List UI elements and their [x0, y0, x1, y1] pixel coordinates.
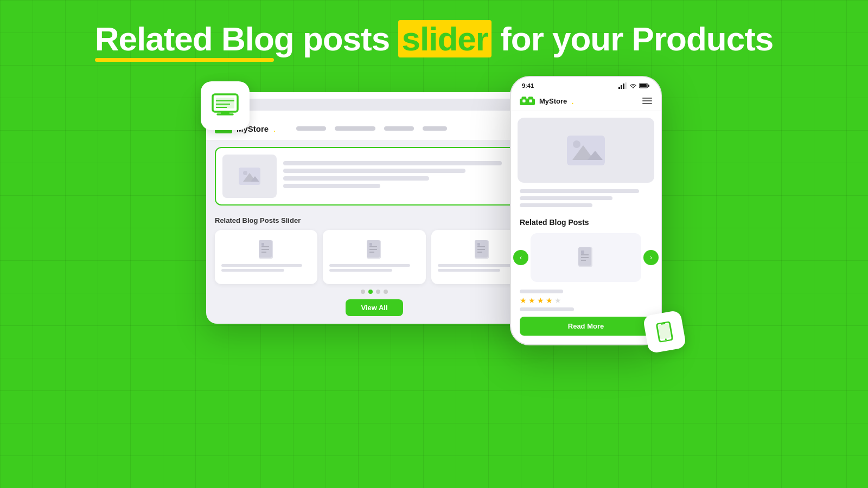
desktop-store-header: MyStore. ‹ ›	[206, 117, 542, 140]
blog-card-icon-1	[258, 240, 275, 260]
phone-statusbar: 9:41	[511, 77, 661, 91]
svg-point-59	[665, 338, 667, 340]
product-card	[215, 147, 534, 206]
mobile-mockup: 9:41	[510, 76, 662, 345]
browser-window: MyStore. ‹ ›	[206, 92, 542, 324]
phone-store-name: MyStore	[539, 97, 567, 105]
product-image-icon	[239, 168, 260, 185]
nav-line-4	[423, 126, 447, 131]
nav-line-1	[296, 126, 326, 131]
status-icons	[618, 82, 650, 89]
svg-point-50	[573, 140, 580, 148]
star-2: ★	[528, 296, 535, 305]
stars-row: ★ ★ ★ ★ ★	[520, 296, 652, 305]
product-detail-line-1	[283, 161, 502, 165]
phone-store-logo	[520, 95, 535, 106]
phone-badge-icon	[653, 320, 676, 343]
monitor-icon	[210, 91, 240, 120]
product-detail-line-3	[283, 176, 429, 181]
phone-related-title: Related Blog Posts	[511, 215, 661, 230]
svg-rect-21	[261, 243, 264, 246]
svg-rect-33	[477, 243, 480, 246]
dot-1[interactable]	[361, 290, 365, 294]
product-details	[283, 161, 526, 191]
read-more-button[interactable]: Read More	[520, 317, 652, 336]
signal-icon	[618, 82, 627, 89]
phone-store-header: MyStore.	[511, 91, 661, 111]
phone-product-image-icon	[567, 136, 605, 165]
svg-rect-45	[522, 99, 525, 102]
star-3: ★	[537, 296, 544, 305]
nav-line-3	[384, 126, 414, 131]
blog-card-1	[215, 230, 317, 284]
product-section	[206, 140, 542, 212]
svg-rect-34	[618, 87, 620, 89]
nav-line-2	[335, 126, 375, 131]
view-all-button[interactable]: View All	[346, 299, 403, 316]
svg-rect-56	[581, 251, 584, 254]
svg-rect-58	[658, 323, 671, 339]
meta-line-2	[520, 307, 574, 311]
svg-rect-40	[648, 85, 649, 87]
main-container: Related Blog posts slider for your Produ…	[0, 0, 868, 488]
phone-frame: 9:41	[510, 76, 662, 345]
svg-point-38	[633, 87, 634, 88]
svg-rect-46	[529, 99, 532, 102]
blog-card-1-lines	[221, 264, 311, 274]
svg-rect-37	[625, 82, 627, 89]
url-bar	[243, 99, 534, 111]
svg-rect-52	[578, 247, 591, 266]
monitor-badge	[201, 81, 250, 130]
star-5-empty: ★	[554, 296, 561, 305]
title-part2: for your Products	[492, 20, 773, 57]
title-wrapper: Related Blog posts slider for your Produ…	[95, 21, 774, 57]
phone-blog-card-icon	[577, 247, 595, 268]
prev-arrow-button[interactable]: ‹	[513, 250, 528, 265]
svg-rect-36	[623, 84, 624, 89]
title-underline	[95, 58, 274, 62]
title-part1: Related Blog posts	[95, 20, 399, 57]
phone-slider-area: ‹ ›	[511, 230, 661, 285]
phone-product-image	[518, 118, 654, 183]
battery-icon	[639, 82, 650, 89]
blog-card-2	[323, 230, 425, 284]
phone-product-lines	[511, 189, 661, 215]
phone-blog-card	[531, 233, 641, 282]
meta-line-1	[520, 290, 563, 293]
dot-2[interactable]	[368, 290, 373, 294]
mockups-area: MyStore. ‹ ›	[0, 76, 868, 488]
product-detail-line-2	[283, 169, 465, 173]
star-4: ★	[546, 296, 553, 305]
desktop-store-dot: .	[273, 123, 276, 134]
phone-badge	[642, 310, 686, 354]
blog-cards-row	[215, 230, 534, 284]
svg-rect-35	[621, 85, 622, 89]
product-image	[222, 155, 277, 198]
star-1: ★	[520, 296, 527, 305]
dot-3[interactable]	[376, 290, 380, 294]
related-blog-title: Related Blog Posts Slider	[215, 216, 534, 224]
phone-stars-section: ★ ★ ★ ★ ★	[511, 285, 661, 312]
dot-4[interactable]	[384, 290, 388, 294]
phone-store-dot: .	[571, 97, 573, 106]
status-time: 9:41	[522, 82, 534, 89]
blog-card-icon-3	[474, 240, 491, 260]
product-detail-line-4	[283, 184, 380, 188]
hamburger-menu-icon[interactable]	[642, 98, 652, 104]
title-section: Related Blog posts slider for your Produ…	[95, 21, 774, 57]
svg-rect-41	[640, 84, 647, 87]
desktop-mockup: MyStore. ‹ ›	[206, 92, 542, 324]
page-title: Related Blog posts slider for your Produ…	[95, 21, 774, 57]
title-highlight: slider	[398, 20, 491, 57]
blog-card-2-lines	[329, 264, 419, 274]
desktop-nav-lines	[296, 126, 447, 131]
next-arrow-button[interactable]: ›	[643, 250, 659, 265]
browser-topbar	[206, 92, 542, 117]
blog-card-icon-2	[366, 240, 383, 260]
slider-dots	[206, 284, 542, 297]
svg-rect-27	[369, 243, 372, 246]
wifi-icon	[629, 82, 637, 89]
svg-point-15	[243, 171, 247, 175]
related-blog-section: Related Blog Posts Slider	[206, 212, 542, 284]
